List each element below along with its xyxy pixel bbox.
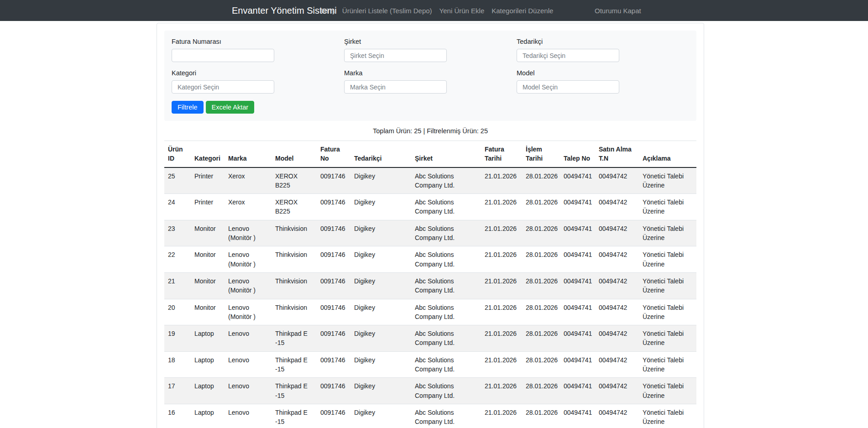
table-cell-1: Laptop bbox=[191, 325, 225, 352]
table-cell-10: 00494742 bbox=[595, 220, 639, 246]
filter-input-model[interactable] bbox=[517, 80, 619, 94]
table-cell-7: 21.01.2026 bbox=[481, 404, 522, 428]
table-cell-0: 18 bbox=[164, 351, 191, 378]
table-cell-4: 0091746 bbox=[317, 272, 350, 299]
table-cell-8: 28.01.2026 bbox=[522, 325, 560, 352]
table-cell-4: 0091746 bbox=[317, 351, 350, 378]
table-cell-10: 00494742 bbox=[595, 378, 639, 404]
table-cell-1: Laptop bbox=[191, 378, 225, 404]
table-row: 22MonitorLenovo (Monitör )Thinkvision009… bbox=[164, 246, 696, 273]
table-cell-9: 00494741 bbox=[560, 194, 595, 220]
table-cell-3: Thinkpad E -15 bbox=[272, 404, 317, 428]
table-cell-0: 24 bbox=[164, 194, 191, 220]
table-cell-9: 00494741 bbox=[560, 404, 595, 428]
table-row: 21MonitorLenovo (Monitör )Thinkvision009… bbox=[164, 272, 696, 299]
filter-input-kategori[interactable] bbox=[172, 80, 274, 94]
table-cell-0: 22 bbox=[164, 246, 191, 273]
table-cell-2: Lenovo bbox=[225, 325, 272, 352]
table-cell-4: 0091746 bbox=[317, 220, 350, 246]
table-cell-8: 28.01.2026 bbox=[522, 167, 560, 194]
table-cell-2: Lenovo (Monitör ) bbox=[225, 220, 272, 246]
nav-link-kategorileri-duzenle[interactable]: Kategorileri Düzenle bbox=[488, 7, 557, 15]
table-row: 25PrinterXeroxXEROX B2250091746DigikeyAb… bbox=[164, 167, 696, 194]
table-cell-8: 28.01.2026 bbox=[522, 246, 560, 273]
table-cell-7: 21.01.2026 bbox=[481, 167, 522, 194]
filter-buttons: Filtrele Excele Aktar bbox=[172, 101, 689, 121]
table-cell-3: Thinkvision bbox=[272, 299, 317, 325]
table-cell-3: XEROX B225 bbox=[272, 194, 317, 220]
table-cell-1: Monitor bbox=[191, 246, 225, 273]
filter-label-marka: Marka bbox=[344, 69, 517, 77]
table-cell-6: Abc Solutions Company Ltd. bbox=[411, 246, 481, 273]
filter-group-fatura-numarasi: Fatura Numarası bbox=[172, 38, 344, 62]
logout-link[interactable]: Oturumu Kapat bbox=[595, 0, 641, 21]
table-row: 20MonitorLenovo (Monitör )Thinkvision009… bbox=[164, 299, 696, 325]
filter-grid: Fatura NumarasıŞirketTedarikçiKategoriMa… bbox=[172, 38, 689, 101]
table-cell-1: Laptop bbox=[191, 351, 225, 378]
table-cell-5: Digikey bbox=[350, 299, 411, 325]
table-cell-9: 00494741 bbox=[560, 378, 595, 404]
table-cell-3: Thinkpad E -15 bbox=[272, 378, 317, 404]
table-row: 24PrinterXeroxXEROX B2250091746DigikeyAb… bbox=[164, 194, 696, 220]
table-cell-8: 28.01.2026 bbox=[522, 194, 560, 220]
filter-input-fatura-numarasi[interactable] bbox=[172, 49, 274, 62]
column-header-2: Marka bbox=[225, 141, 272, 167]
filter-group-sirket: Şirket bbox=[344, 38, 517, 62]
table-cell-8: 28.01.2026 bbox=[522, 299, 560, 325]
table-cell-8: 28.01.2026 bbox=[522, 220, 560, 246]
column-header-0: Ürün ID bbox=[164, 141, 191, 167]
table-cell-4: 0091746 bbox=[317, 167, 350, 194]
table-cell-6: Abc Solutions Company Ltd. bbox=[411, 351, 481, 378]
table-cell-5: Digikey bbox=[350, 325, 411, 352]
content-card: Fatura NumarasıŞirketTedarikçiKategoriMa… bbox=[157, 23, 704, 428]
filter-group-model: Model bbox=[517, 69, 689, 94]
table-cell-7: 21.01.2026 bbox=[481, 220, 522, 246]
nav-link-yeni-urun-ekle[interactable]: Yeni Ürün Ekle bbox=[436, 7, 488, 15]
table-cell-5: Digikey bbox=[350, 167, 411, 194]
filter-button[interactable]: Filtrele bbox=[172, 101, 204, 114]
table-cell-0: 17 bbox=[164, 378, 191, 404]
table-header-row: Ürün IDKategoriMarkaModelFatura NoTedari… bbox=[164, 141, 696, 167]
table-cell-0: 25 bbox=[164, 167, 191, 194]
table-cell-3: Thinkvision bbox=[272, 220, 317, 246]
table-cell-8: 28.01.2026 bbox=[522, 351, 560, 378]
table-cell-11: Yönetici Talebi Üzerine bbox=[639, 194, 696, 220]
column-header-9: Talep No bbox=[560, 141, 595, 167]
nav-link-giris[interactable]: Giriş bbox=[317, 7, 339, 15]
table-row: 19LaptopLenovoThinkpad E -150091746Digik… bbox=[164, 325, 696, 352]
table-cell-11: Yönetici Talebi Üzerine bbox=[639, 378, 696, 404]
filter-input-sirket[interactable] bbox=[344, 49, 447, 62]
table-cell-7: 21.01.2026 bbox=[481, 351, 522, 378]
table-cell-3: Thinkvision bbox=[272, 272, 317, 299]
table-cell-3: Thinkvision bbox=[272, 246, 317, 273]
filter-input-tedarikci[interactable] bbox=[517, 49, 619, 62]
table-cell-4: 0091746 bbox=[317, 325, 350, 352]
table-cell-10: 00494742 bbox=[595, 246, 639, 273]
table-cell-4: 0091746 bbox=[317, 246, 350, 273]
filter-input-marka[interactable] bbox=[344, 80, 447, 94]
table-cell-6: Abc Solutions Company Ltd. bbox=[411, 272, 481, 299]
column-header-7: Fatura Tarihi bbox=[481, 141, 522, 167]
table-cell-5: Digikey bbox=[350, 404, 411, 428]
table-cell-11: Yönetici Talebi Üzerine bbox=[639, 404, 696, 428]
table-cell-9: 00494741 bbox=[560, 246, 595, 273]
table-cell-7: 21.01.2026 bbox=[481, 378, 522, 404]
column-header-6: Şirket bbox=[411, 141, 481, 167]
table-cell-8: 28.01.2026 bbox=[522, 272, 560, 299]
export-excel-button[interactable]: Excele Aktar bbox=[206, 101, 255, 114]
table-cell-6: Abc Solutions Company Ltd. bbox=[411, 325, 481, 352]
table-cell-6: Abc Solutions Company Ltd. bbox=[411, 299, 481, 325]
filter-label-kategori: Kategori bbox=[172, 69, 344, 77]
table-cell-10: 00494742 bbox=[595, 299, 639, 325]
table-cell-11: Yönetici Talebi Üzerine bbox=[639, 299, 696, 325]
filter-label-tedarikci: Tedarikçi bbox=[517, 38, 689, 45]
table-cell-10: 00494742 bbox=[595, 194, 639, 220]
table-cell-5: Digikey bbox=[350, 351, 411, 378]
table-cell-4: 0091746 bbox=[317, 299, 350, 325]
table-row: 23MonitorLenovo (Monitör )Thinkvision009… bbox=[164, 220, 696, 246]
table-row: 18LaptopLenovoThinkpad E -150091746Digik… bbox=[164, 351, 696, 378]
table-row: 16LaptopLenovoThinkpad E -150091746Digik… bbox=[164, 404, 696, 428]
filter-label-fatura-numarasi: Fatura Numarası bbox=[172, 38, 344, 45]
nav-link-urunleri-listele[interactable]: Ürünleri Listele (Teslim Depo) bbox=[339, 7, 436, 15]
column-header-1: Kategori bbox=[191, 141, 225, 167]
